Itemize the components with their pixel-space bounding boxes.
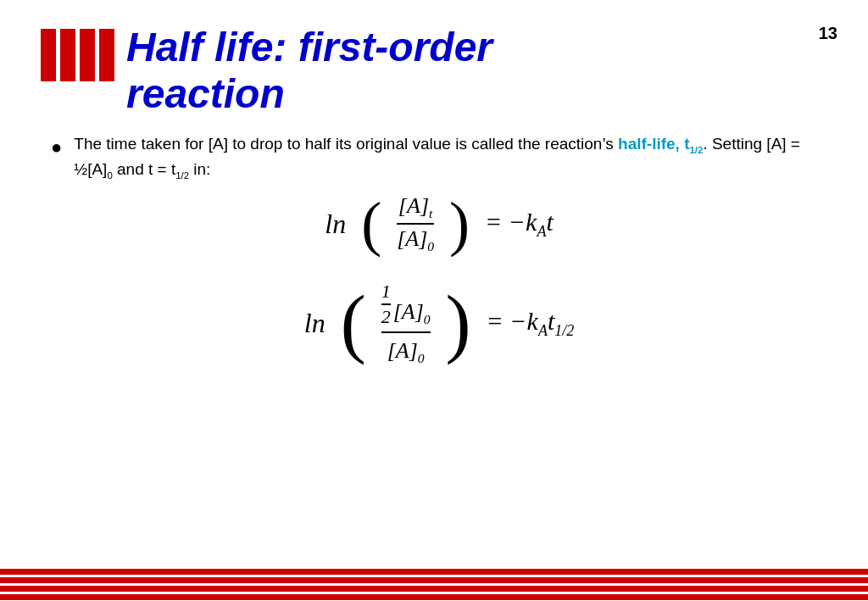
eq2-close-paren: ): [446, 285, 471, 361]
logo-bars: [41, 29, 114, 81]
eq1-denominator: [A]0: [397, 225, 434, 254]
red-line-1: [0, 569, 868, 575]
equation-2: ln ( 1 2 [A]0 [A]0 ) = −kAt1/2: [304, 281, 574, 366]
eq1-equals: = −kAt: [485, 208, 554, 241]
title-line1: Half life: first-order: [126, 24, 492, 70]
bottom-lines: [0, 569, 868, 601]
red-line-3: [0, 586, 868, 592]
page-number: 13: [819, 24, 837, 43]
equations-container: ln ( [A]t [A]0 ) = −kAt ln ( 1 2: [51, 193, 827, 366]
bullet-item: ● The time taken for [A] to drop to half…: [51, 132, 827, 183]
slide: 13 Half life: first-order reaction ● The…: [0, 0, 868, 601]
eq2-ln: ln: [304, 308, 326, 339]
logo-bar-2: [60, 29, 75, 81]
eq2-half-frac: 1 2: [381, 281, 391, 328]
highlight-halflife: half-life, t1/2: [618, 135, 703, 153]
bullet-text: The time taken for [A] to drop to half i…: [74, 132, 827, 183]
title-line2: reaction: [126, 70, 492, 117]
red-line-4: [0, 594, 868, 600]
eq1-close-paren: ): [449, 193, 470, 254]
slide-header: Half life: first-order reaction: [41, 24, 827, 117]
logo-bar-1: [41, 29, 56, 81]
eq2-den-bracket: [A]0: [387, 338, 425, 363]
equation-1: ln ( [A]t [A]0 ) = −kAt: [325, 193, 553, 254]
red-line-2: [0, 577, 868, 583]
eq1-numerator: [A]t: [397, 193, 434, 225]
eq1-fraction: [A]t [A]0: [397, 193, 434, 254]
title: Half life: first-order reaction: [126, 24, 492, 117]
eq2-half-den: 2: [381, 305, 391, 328]
eq1-open-paren: (: [361, 193, 381, 254]
eq2-open-paren: (: [341, 285, 366, 361]
eq2-denominator-group: [A]0: [387, 333, 425, 366]
eq2-equals: = −kAt1/2: [487, 307, 575, 340]
content-area: ● The time taken for [A] to drop to half…: [41, 132, 827, 365]
logo-bar-4: [99, 29, 114, 81]
eq2-num-bracket: [A]0: [393, 299, 431, 327]
bullet-dot: ●: [51, 133, 62, 161]
logo-bar-3: [80, 29, 95, 81]
eq2-numerator-group: 1 2 [A]0: [381, 281, 431, 333]
eq2-half-num: 1: [381, 281, 391, 305]
eq1-ln: ln: [325, 209, 346, 240]
eq2-fraction-block: 1 2 [A]0 [A]0: [381, 281, 431, 366]
